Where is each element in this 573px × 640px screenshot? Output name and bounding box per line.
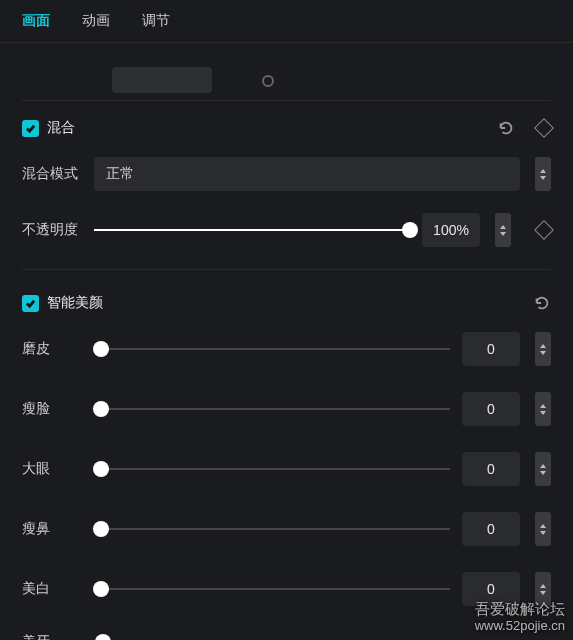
chevron-down-icon[interactable] — [540, 471, 546, 475]
opacity-label: 不透明度 — [22, 221, 82, 239]
chevron-down-icon[interactable] — [540, 176, 546, 180]
keyframe-icon[interactable] — [534, 220, 554, 240]
beauty-slider[interactable] — [94, 399, 450, 419]
beauty-section-header: 智能美颜 — [22, 294, 551, 312]
beauty-stepper[interactable] — [535, 392, 551, 426]
panel-body: 混合 混合模式 正常 不透明度 100% 智能美 — [0, 43, 573, 640]
beauty-param-row: 磨皮 0 — [22, 332, 551, 366]
tab-animation[interactable]: 动画 — [82, 12, 110, 30]
chevron-down-icon[interactable] — [500, 232, 506, 236]
beauty-stepper[interactable] — [535, 452, 551, 486]
blend-enable-checkbox[interactable] — [22, 120, 39, 137]
opacity-stepper[interactable] — [495, 213, 511, 247]
beauty-param-row: 大眼 0 — [22, 452, 551, 486]
chevron-up-icon[interactable] — [540, 169, 546, 173]
beauty-section-title: 智能美颜 — [47, 294, 525, 312]
divider — [22, 269, 551, 270]
beauty-param-row: 美牙 — [22, 632, 551, 640]
top-tabs: 画面 动画 调节 — [0, 0, 573, 43]
blend-section-header: 混合 — [22, 119, 551, 137]
beauty-slider[interactable] — [94, 519, 450, 539]
beauty-slider[interactable] — [94, 579, 450, 599]
blend-mode-stepper[interactable] — [535, 157, 551, 191]
chevron-down-icon[interactable] — [540, 531, 546, 535]
beauty-label: 瘦脸 — [22, 400, 82, 418]
beauty-slider[interactable] — [94, 632, 551, 640]
beauty-slider[interactable] — [94, 339, 450, 359]
beauty-slider[interactable] — [94, 459, 450, 479]
slider-thumb[interactable] — [93, 341, 109, 357]
beauty-stepper[interactable] — [535, 572, 551, 606]
keyframe-icon[interactable] — [534, 118, 554, 138]
slider-thumb[interactable] — [93, 581, 109, 597]
beauty-label: 瘦鼻 — [22, 520, 82, 538]
opacity-slider[interactable] — [94, 220, 410, 240]
beauty-stepper[interactable] — [535, 332, 551, 366]
chevron-down-icon[interactable] — [540, 351, 546, 355]
beauty-label: 美白 — [22, 580, 82, 598]
blend-mode-row: 混合模式 正常 — [22, 157, 551, 191]
beauty-value[interactable]: 0 — [462, 512, 520, 546]
beauty-param-row: 瘦鼻 0 — [22, 512, 551, 546]
blend-section-title: 混合 — [47, 119, 489, 137]
chevron-down-icon[interactable] — [540, 411, 546, 415]
chevron-up-icon[interactable] — [540, 464, 546, 468]
beauty-value[interactable]: 0 — [462, 392, 520, 426]
blend-mode-value: 正常 — [106, 165, 134, 183]
remnant-field — [112, 67, 212, 93]
beauty-label: 大眼 — [22, 460, 82, 478]
tab-picture[interactable]: 画面 — [22, 12, 50, 30]
blend-mode-select[interactable]: 正常 — [94, 157, 520, 191]
reset-icon[interactable] — [497, 119, 515, 137]
chevron-up-icon[interactable] — [540, 584, 546, 588]
blend-mode-label: 混合模式 — [22, 165, 82, 183]
chevron-up-icon[interactable] — [500, 225, 506, 229]
tab-adjust[interactable]: 调节 — [142, 12, 170, 30]
beauty-label: 磨皮 — [22, 340, 82, 358]
remnant-radio — [262, 75, 274, 87]
opacity-row: 不透明度 100% — [22, 213, 551, 247]
slider-thumb[interactable] — [93, 521, 109, 537]
beauty-value[interactable]: 0 — [462, 572, 520, 606]
chevron-up-icon[interactable] — [540, 524, 546, 528]
prev-section-remnant — [22, 51, 551, 101]
beauty-value[interactable]: 0 — [462, 452, 520, 486]
chevron-down-icon[interactable] — [540, 591, 546, 595]
beauty-param-row: 瘦脸 0 — [22, 392, 551, 426]
slider-thumb[interactable] — [95, 634, 111, 640]
beauty-param-row: 美白 0 — [22, 572, 551, 606]
slider-thumb[interactable] — [93, 461, 109, 477]
chevron-up-icon[interactable] — [540, 404, 546, 408]
opacity-value[interactable]: 100% — [422, 213, 480, 247]
chevron-up-icon[interactable] — [540, 344, 546, 348]
slider-thumb[interactable] — [402, 222, 418, 238]
beauty-label: 美牙 — [22, 633, 82, 640]
slider-thumb[interactable] — [93, 401, 109, 417]
beauty-value[interactable]: 0 — [462, 332, 520, 366]
beauty-enable-checkbox[interactable] — [22, 295, 39, 312]
reset-icon[interactable] — [533, 294, 551, 312]
beauty-stepper[interactable] — [535, 512, 551, 546]
